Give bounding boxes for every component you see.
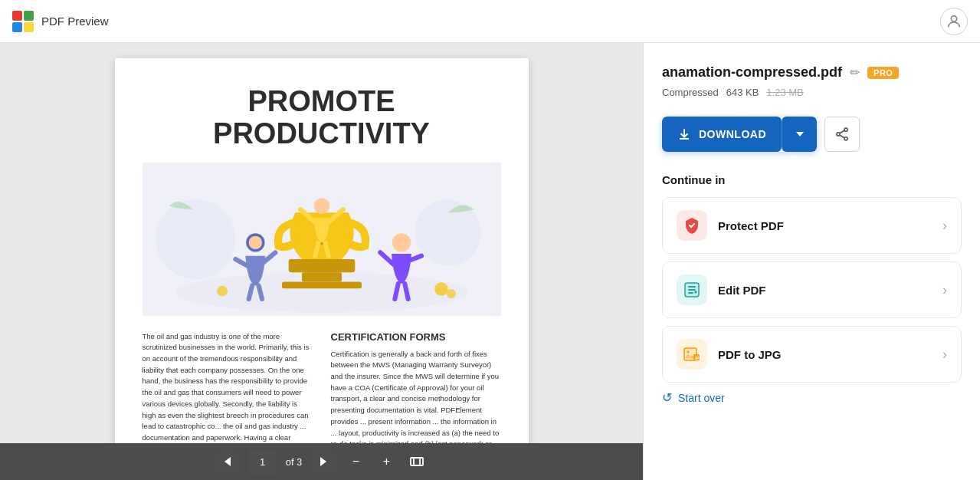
action-card-pdf-to-jpg[interactable]: JPG PDF to JPG › bbox=[662, 326, 962, 383]
pdf-trophy-illustration: 1 ★ ★ ★ bbox=[143, 163, 501, 316]
file-name: anamation-compressed.pdf bbox=[662, 64, 842, 81]
svg-line-22 bbox=[409, 255, 421, 260]
pdf-toolbar: 1 of 3 − + bbox=[0, 443, 643, 480]
svg-point-0 bbox=[951, 15, 956, 21]
svg-point-2 bbox=[156, 199, 235, 279]
pdf-body-left: The oil and gas industry is one of the m… bbox=[143, 331, 313, 443]
svg-point-32 bbox=[837, 133, 840, 136]
svg-point-27 bbox=[217, 285, 228, 296]
start-over-icon: ↺ bbox=[662, 390, 672, 405]
download-row: DOWNLOAD bbox=[662, 117, 962, 152]
pdf-panel: PROMOTE PRODUCTIVITY bbox=[0, 43, 643, 480]
edit-pdf-label: Edit PDF bbox=[718, 284, 766, 297]
action-card-edit-pdf[interactable]: Edit PDF › bbox=[662, 261, 962, 318]
pdf-to-jpg-label: PDF to JPG bbox=[718, 348, 782, 361]
svg-line-21 bbox=[380, 252, 393, 265]
svg-line-13 bbox=[258, 285, 261, 298]
start-over-label: Start over bbox=[678, 392, 725, 404]
pro-badge: PRO bbox=[867, 67, 899, 79]
svg-point-25 bbox=[434, 282, 447, 295]
next-page-button[interactable] bbox=[311, 449, 336, 474]
action-card-protect-left: Protect PDF bbox=[677, 210, 784, 241]
svg-point-40 bbox=[687, 351, 690, 353]
share-button[interactable] bbox=[824, 117, 860, 152]
pdf-scrollarea[interactable]: PROMOTE PRODUCTIVITY bbox=[0, 43, 643, 443]
svg-point-31 bbox=[844, 128, 847, 131]
pdf-to-jpg-icon: JPG bbox=[677, 339, 707, 370]
logo-cell-green bbox=[24, 11, 34, 21]
fit-page-button[interactable] bbox=[406, 451, 428, 472]
svg-line-19 bbox=[325, 242, 328, 255]
svg-line-18 bbox=[315, 242, 318, 255]
cert-title: CERTIFICATION FORMS bbox=[331, 331, 501, 343]
svg-text:★ ★ ★: ★ ★ ★ bbox=[310, 266, 332, 274]
cert-text: Certification is generally a back and fo… bbox=[331, 349, 501, 443]
file-name-row: anamation-compressed.pdf ✏ PRO bbox=[662, 64, 962, 81]
compressed-label: Compressed bbox=[662, 87, 719, 98]
protect-pdf-icon bbox=[677, 210, 707, 241]
logo-cell-yellow bbox=[24, 22, 34, 32]
pdf-col-right: CERTIFICATION FORMS Certification is gen… bbox=[331, 331, 501, 443]
continue-section-title: Continue in bbox=[662, 173, 962, 186]
pdf-to-jpg-chevron: › bbox=[942, 347, 947, 363]
page-of-label: of 3 bbox=[286, 456, 303, 468]
protect-pdf-chevron: › bbox=[942, 218, 947, 234]
action-card-edit-left: Edit PDF bbox=[677, 275, 766, 305]
svg-rect-28 bbox=[411, 458, 423, 465]
svg-line-10 bbox=[235, 259, 247, 266]
svg-line-35 bbox=[840, 130, 844, 133]
action-card-pdftojpg-left: JPG PDF to JPG bbox=[677, 339, 782, 370]
file-size-original: 1.23 MB bbox=[766, 87, 803, 98]
zoom-out-button[interactable]: − bbox=[345, 451, 366, 472]
svg-point-15 bbox=[313, 198, 329, 214]
logo-cell-blue bbox=[12, 22, 22, 32]
svg-line-23 bbox=[395, 284, 398, 299]
edit-pdf-icon bbox=[677, 275, 707, 305]
prev-page-button[interactable] bbox=[215, 449, 240, 474]
header-left: PDF Preview bbox=[12, 11, 109, 32]
app-logo bbox=[12, 11, 34, 32]
svg-point-14 bbox=[248, 235, 261, 248]
zoom-in-button[interactable]: + bbox=[375, 451, 397, 472]
svg-rect-6 bbox=[282, 281, 362, 288]
svg-line-34 bbox=[840, 135, 844, 138]
file-size: 643 KB bbox=[726, 87, 759, 98]
svg-line-24 bbox=[405, 284, 408, 299]
user-avatar[interactable] bbox=[940, 8, 968, 35]
header: PDF Preview bbox=[0, 0, 980, 43]
protect-pdf-label: Protect PDF bbox=[718, 219, 784, 232]
pdf-columns: The oil and gas industry is one of the m… bbox=[143, 331, 501, 443]
start-over-row[interactable]: ↺ Start over bbox=[662, 390, 962, 405]
svg-point-20 bbox=[392, 233, 410, 252]
svg-point-26 bbox=[446, 289, 455, 298]
svg-line-12 bbox=[248, 285, 251, 298]
download-dropdown-button[interactable] bbox=[782, 117, 817, 152]
edit-filename-icon[interactable]: ✏ bbox=[850, 65, 860, 80]
page-number-input[interactable]: 1 bbox=[249, 449, 277, 474]
svg-point-33 bbox=[844, 137, 847, 140]
download-button[interactable]: DOWNLOAD bbox=[662, 117, 782, 152]
right-panel: anamation-compressed.pdf ✏ PRO Compresse… bbox=[643, 43, 980, 480]
file-meta: Compressed 643 KB 1.23 MB bbox=[662, 87, 962, 98]
app-title: PDF Preview bbox=[41, 15, 109, 28]
pdf-page-title: PROMOTE PRODUCTIVITY bbox=[143, 86, 501, 150]
logo-cell-red bbox=[12, 11, 22, 21]
action-card-protect-pdf[interactable]: Protect PDF › bbox=[662, 197, 962, 254]
main-layout: PROMOTE PRODUCTIVITY bbox=[0, 43, 980, 480]
pdf-page: PROMOTE PRODUCTIVITY bbox=[115, 58, 529, 443]
edit-pdf-chevron: › bbox=[942, 282, 947, 298]
svg-text:JPG: JPG bbox=[695, 356, 702, 360]
